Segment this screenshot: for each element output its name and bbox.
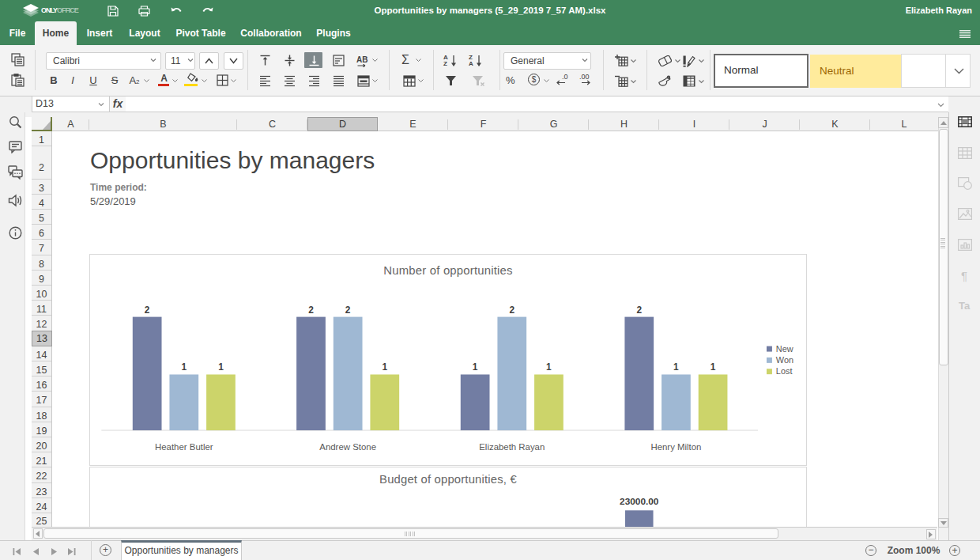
svg-text:Lost: Lost	[776, 366, 793, 376]
svg-text:2: 2	[145, 305, 150, 316]
svg-text:2: 2	[509, 305, 514, 316]
svg-text:Andrew Stone: Andrew Stone	[319, 442, 376, 452]
svg-text:.0: .0	[562, 73, 568, 81]
svg-text:1: 1	[382, 361, 387, 373]
svg-text:Heather Butler: Heather Butler	[155, 442, 213, 452]
svg-text:1: 1	[182, 361, 187, 373]
svg-text:.00: .00	[579, 73, 590, 81]
svg-text:Budget of opportunities, €: Budget of opportunities, €	[379, 473, 517, 486]
svg-text:Won: Won	[776, 355, 793, 365]
svg-text:23000.00: 23000.00	[620, 496, 659, 507]
svg-text:Henry Milton: Henry Milton	[650, 442, 701, 452]
svg-text:1: 1	[546, 361, 552, 373]
svg-text:New: New	[776, 344, 793, 354]
svg-text:2: 2	[308, 305, 314, 316]
svg-text:2: 2	[345, 305, 351, 316]
svg-text:1: 1	[473, 361, 478, 373]
svg-text:Elizabeth Rayan: Elizabeth Rayan	[479, 442, 545, 452]
svg-text:2: 2	[636, 305, 642, 316]
svg-text:1: 1	[710, 361, 716, 373]
svg-text:Number of opportunities: Number of opportunities	[383, 264, 512, 277]
svg-text:1: 1	[218, 361, 224, 373]
svg-text:1: 1	[673, 361, 679, 373]
